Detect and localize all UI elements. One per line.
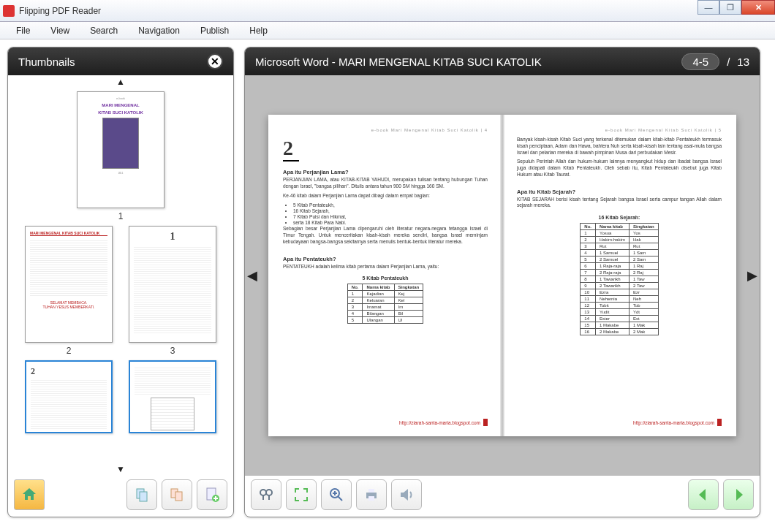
titlebar: Flipping PDF Reader — ❐ ✕: [0, 0, 775, 22]
svg-point-6: [260, 490, 266, 495]
svg-rect-1: [140, 492, 147, 501]
menu-publish[interactable]: Publish: [190, 23, 239, 38]
prev-button[interactable]: [688, 479, 719, 510]
add-page-button[interactable]: [197, 479, 227, 510]
menu-file[interactable]: File: [6, 23, 40, 38]
document-panel: Microsoft Word - MARI MENGENAL KITAB SUC…: [244, 47, 760, 517]
page4-url: http://ziarah-santa-maria.blogspot.com: [399, 420, 480, 425]
thumbnail-page-2[interactable]: MARI MENGENAL KITAB SUCI KATOLIK SELAMAT…: [25, 226, 113, 356]
thumbnail-page-4[interactable]: 2: [25, 360, 113, 433]
zoom-button[interactable]: [321, 479, 352, 510]
svg-rect-10: [368, 489, 374, 493]
thumbnails-header: Thumbnails ✕: [8, 48, 233, 75]
maximize-button[interactable]: ❐: [719, 0, 741, 15]
home-button[interactable]: [14, 479, 45, 510]
pentateuch-table: No.Nama kitabSingkatan 1KejadianKej 2Kel…: [347, 284, 423, 324]
menu-search[interactable]: Search: [80, 23, 128, 38]
menu-view[interactable]: View: [40, 23, 80, 38]
prev-page-arrow[interactable]: ◀: [246, 267, 258, 284]
fit-screen-button[interactable]: [286, 479, 317, 510]
thumbnail-page-5[interactable]: [129, 360, 216, 433]
window-close-button[interactable]: ✕: [741, 0, 775, 15]
svg-point-7: [266, 490, 272, 495]
document-header: Microsoft Word - MARI MENGENAL KITAB SUC…: [245, 48, 760, 75]
next-page-arrow[interactable]: ▶: [746, 267, 758, 284]
page-sep: /: [727, 56, 730, 68]
sound-button[interactable]: [391, 479, 422, 510]
thumbnail-page-1[interactable]: e-book MARI MENGENAL KITAB SUCI KATOLIK …: [77, 91, 165, 221]
page-range-pill[interactable]: 4-5: [681, 53, 719, 70]
search-tool-button[interactable]: [251, 479, 281, 510]
menu-help[interactable]: Help: [239, 23, 278, 38]
menu-navigation[interactable]: Navigation: [128, 23, 190, 38]
print-button[interactable]: [356, 479, 387, 510]
app-title: Flipping PDF Reader: [19, 6, 101, 16]
thumbnails-list: e-book MARI MENGENAL KITAB SUCI KATOLIK …: [8, 88, 233, 463]
minimize-button[interactable]: —: [698, 0, 719, 15]
thumbnails-scroll-down[interactable]: ▼: [8, 463, 233, 476]
thumbnails-scroll-up[interactable]: ▲: [8, 75, 233, 88]
duplicate-button[interactable]: [162, 479, 192, 510]
page-left: e-book Mari Mengenal Kitab Suci Katolik …: [268, 115, 502, 436]
thumbnails-title: Thumbnails: [18, 56, 75, 68]
document-title: Microsoft Word - MARI MENGENAL KITAB SUC…: [255, 56, 542, 68]
thumbnails-close-button[interactable]: ✕: [207, 53, 223, 69]
thumbnails-panel: Thumbnails ✕ ▲ e-book MARI MENGENAL KITA…: [7, 47, 234, 517]
pentateuch-bullets: 5 Kitab Pentateukh, 16 Kitab Sejarah, 7 …: [293, 202, 488, 226]
next-button[interactable]: [723, 479, 754, 510]
page-right: e-book Mari Mengenal Kitab Suci Katolik …: [502, 115, 736, 436]
page-total: 13: [737, 56, 749, 68]
book-viewport: ◀ ▶ e-book Mari Mengenal Kitab Suci Kato…: [245, 75, 760, 476]
page5-url: http://ziarah-santa-maria.blogspot.com: [633, 420, 714, 425]
svg-rect-3: [175, 492, 182, 501]
app-icon: [3, 5, 15, 17]
svg-rect-11: [368, 496, 374, 501]
copy-pages-button[interactable]: [126, 479, 157, 510]
menubar: File View Search Navigation Publish Help: [0, 22, 775, 39]
thumbnail-page-3[interactable]: 1 3: [129, 226, 216, 356]
page-spread: e-book Mari Mengenal Kitab Suci Katolik …: [268, 115, 736, 436]
sejarah-table: No.Nama kitabSingkatan 1YosuaYos 2Hakim-…: [580, 223, 658, 335]
